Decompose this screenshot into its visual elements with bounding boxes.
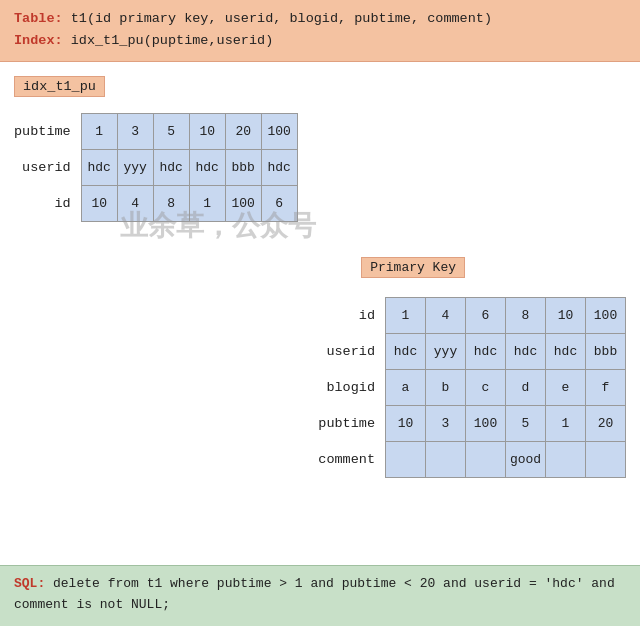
right-row-label-id: id xyxy=(318,297,381,333)
table-cell: 1 xyxy=(81,114,117,150)
table-cell: hdc xyxy=(153,150,189,186)
table-cell: hdc xyxy=(81,150,117,186)
sql-content: delete from t1 where pubtime > 1 and pub… xyxy=(14,576,615,612)
table-cell: hdc xyxy=(261,150,297,186)
table-cell: yyy xyxy=(426,334,466,370)
table-cell: 10 xyxy=(81,186,117,222)
left-row-label-userid: userid xyxy=(14,149,77,185)
sql-section: SQL: delete from t1 where pubtime > 1 an… xyxy=(0,565,640,626)
table-cell: 100 xyxy=(586,298,626,334)
table-cell: bbb xyxy=(225,150,261,186)
left-row-label-pubtime: pubtime xyxy=(14,113,77,149)
right-row-labels: id userid blogid pubtime comment xyxy=(318,297,381,477)
table-cell: 1 xyxy=(189,186,225,222)
table-cell: hdc xyxy=(506,334,546,370)
table-label: Table: xyxy=(14,11,63,26)
right-row-label-userid: userid xyxy=(318,333,381,369)
table-cell: 8 xyxy=(153,186,189,222)
table-cell: 100 xyxy=(225,186,261,222)
table-cell xyxy=(546,442,586,478)
right-table-wrap: id userid blogid pubtime comment 1468101… xyxy=(318,297,626,478)
left-index-table-wrap: pubtime userid id 1351020100hdcyyyhdchdc… xyxy=(14,113,626,222)
sql-prefix: SQL: xyxy=(14,576,45,591)
middle-section: idx_t1_pu pubtime userid id 1351020100hd… xyxy=(0,62,640,622)
table-cell: 100 xyxy=(466,406,506,442)
page-layout: Table: t1(id primary key, userid, blogid… xyxy=(0,0,640,626)
table-cell: hdc xyxy=(546,334,586,370)
table-cell: yyy xyxy=(117,150,153,186)
table-cell: hdc xyxy=(466,334,506,370)
table-cell: good xyxy=(506,442,546,478)
table-cell xyxy=(386,442,426,478)
table-cell: 5 xyxy=(153,114,189,150)
table-cell: 3 xyxy=(117,114,153,150)
table-cell: 6 xyxy=(261,186,297,222)
table-cell: f xyxy=(586,370,626,406)
right-row-label-comment: comment xyxy=(318,441,381,477)
table-cell: 1 xyxy=(386,298,426,334)
table-cell: hdc xyxy=(189,150,225,186)
table-cell: 20 xyxy=(586,406,626,442)
table-cell: 8 xyxy=(506,298,546,334)
idx-label-badge: idx_t1_pu xyxy=(14,76,105,97)
table-definition-line: Table: t1(id primary key, userid, blogid… xyxy=(14,8,626,30)
table-content: t1(id primary key, userid, blogid, pubti… xyxy=(71,11,492,26)
table-cell: 6 xyxy=(466,298,506,334)
index-content: idx_t1_pu(puptime,userid) xyxy=(71,33,274,48)
table-cell: e xyxy=(546,370,586,406)
table-cell: 10 xyxy=(386,406,426,442)
right-row-label-pubtime: pubtime xyxy=(318,405,381,441)
header-section: Table: t1(id primary key, userid, blogid… xyxy=(0,0,640,62)
table-cell: 4 xyxy=(117,186,153,222)
table-cell: b xyxy=(426,370,466,406)
index-definition-line: Index: idx_t1_pu(puptime,userid) xyxy=(14,30,626,52)
left-row-label-id: id xyxy=(14,185,77,221)
table-cell: 5 xyxy=(506,406,546,442)
table-cell xyxy=(466,442,506,478)
sql-text: SQL: delete from t1 where pubtime > 1 an… xyxy=(14,574,626,616)
table-cell: bbb xyxy=(586,334,626,370)
table-cell: hdc xyxy=(386,334,426,370)
table-cell: a xyxy=(386,370,426,406)
table-cell: 10 xyxy=(189,114,225,150)
table-cell: 3 xyxy=(426,406,466,442)
index-table: 1351020100hdcyyyhdchdcbbbhdc104811006 xyxy=(81,113,298,222)
index-label: Index: xyxy=(14,33,63,48)
left-row-labels: pubtime userid id xyxy=(14,113,77,221)
table-cell: 20 xyxy=(225,114,261,150)
table-cell: 10 xyxy=(546,298,586,334)
main-table: 146810100hdcyyyhdchdchdcbbbabcdef1031005… xyxy=(385,297,626,478)
table-cell: d xyxy=(506,370,546,406)
right-row-label-blogid: blogid xyxy=(318,369,381,405)
table-cell: 1 xyxy=(546,406,586,442)
table-cell: 4 xyxy=(426,298,466,334)
table-cell: c xyxy=(466,370,506,406)
primary-key-label: Primary Key xyxy=(361,257,465,278)
table-cell xyxy=(426,442,466,478)
table-cell: 100 xyxy=(261,114,297,150)
table-cell xyxy=(586,442,626,478)
